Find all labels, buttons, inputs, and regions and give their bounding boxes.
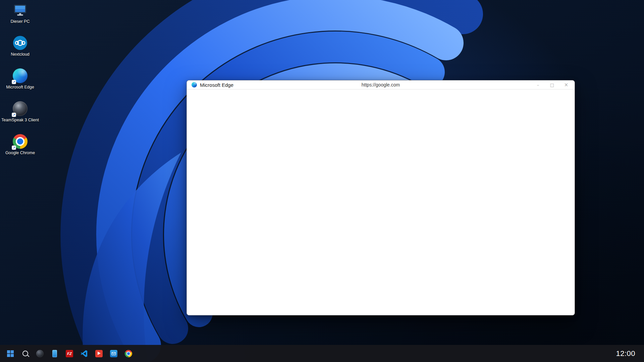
shortcut-arrow-badge: ↗ [12,80,16,84]
shortcut-arrow-badge: ↗ [12,145,16,150]
window-title: Microsoft Edge [200,82,233,88]
desktop-icon-teamspeak[interactable]: ↗ TeamSpeak 3 Client [3,101,37,127]
desktop-icon-label: TeamSpeak 3 Client [1,118,39,122]
phone-icon [52,350,57,357]
dark-sphere-app-icon [36,350,44,357]
close-button[interactable]: × [559,80,573,89]
taskbar-app-red-arrow[interactable] [93,346,105,361]
desktop-icon-label: Dieser PC [11,19,30,24]
desktop-icon-nextcloud[interactable]: Nextcloud [3,36,37,62]
search-button[interactable] [19,346,32,361]
desktop: Dieser PC Nextcloud ↗ Microsoft Edge [0,0,644,362]
filezilla-icon: FZ [66,350,73,357]
chrome-icon: ↗ [13,134,28,149]
window-address-text: https://google.com [362,82,400,87]
taskbar-clock[interactable]: 12:00 [616,349,644,358]
start-button[interactable] [4,346,17,361]
minimize-button[interactable]: – [531,80,545,89]
window-controls: – □ × [531,80,573,89]
edge-window: Microsoft Edge https://google.com – □ × [186,80,575,315]
taskbar-app-mail[interactable] [107,346,120,361]
shortcut-arrow-badge: ↗ [12,113,16,117]
desktop-icon-google-chrome[interactable]: ↗ Google Chrome [3,134,37,160]
windows-logo-icon [7,350,14,357]
maximize-button[interactable]: □ [545,80,559,89]
nextcloud-icon [13,36,28,50]
browser-viewport [187,89,575,315]
teamspeak-icon: ↗ [13,101,28,116]
red-arrow-app-icon [95,350,103,357]
taskbar-app-vscode[interactable] [78,346,91,361]
desktop-icon-label: Nextcloud [11,52,30,57]
desktop-icon-label: Microsoft Edge [6,85,34,89]
desktop-icon-dieser-pc[interactable]: Dieser PC [3,3,37,29]
search-icon [22,351,28,356]
desktop-icon-list: Dieser PC Nextcloud ↗ Microsoft Edge [3,3,37,167]
taskbar-app-dark-sphere[interactable] [34,346,46,361]
edge-app-icon [192,82,197,87]
taskbar-app-phone-link[interactable] [48,346,61,361]
mail-icon [110,350,117,357]
desktop-icon-microsoft-edge[interactable]: ↗ Microsoft Edge [3,68,37,95]
chrome-icon [125,350,132,357]
taskbar: FZ 12:00 [0,345,644,362]
taskbar-app-chrome[interactable] [122,346,135,361]
vscode-icon [80,350,88,357]
taskbar-app-filezilla[interactable]: FZ [63,346,76,361]
edge-icon: ↗ [13,68,28,83]
desktop-icon-label: Google Chrome [5,150,35,155]
window-titlebar[interactable]: Microsoft Edge https://google.com – □ × [187,80,575,89]
this-pc-icon [13,3,28,17]
